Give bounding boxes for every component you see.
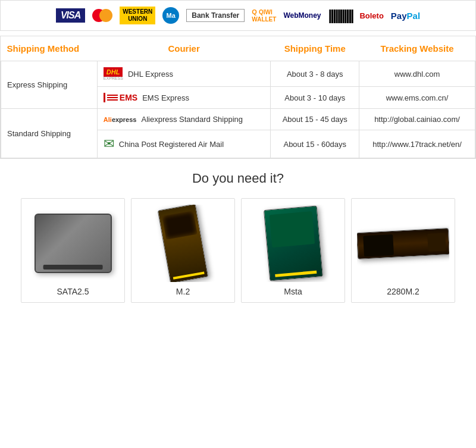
shipping-section: Shipping Method Courier Shipping Time Tr… xyxy=(0,36,476,159)
dhl-courier-cell: DHL EXPRESS DHL Express xyxy=(97,61,271,87)
dhl-time: About 3 - 8 days xyxy=(271,61,359,87)
product-card-msata: Msta xyxy=(241,198,345,303)
ems-time: About 3 - 10 days xyxy=(271,87,359,109)
product-label-m2: M.2 xyxy=(176,287,190,296)
table-row: Express Shipping DHL EXPRESS DHL Express… xyxy=(1,61,475,87)
product-card-m2280: 2280M.2 xyxy=(351,198,455,303)
m2280-ssd-icon xyxy=(357,227,449,259)
product-label-m2280: 2280M.2 xyxy=(387,287,419,296)
chinapost-courier-name: China Post Registered Air Mail xyxy=(119,140,224,149)
dhl-logo-icon: DHL EXPRESS xyxy=(104,67,123,80)
mastercard-payment xyxy=(92,9,112,22)
ems-logo-icon: EMS xyxy=(104,93,137,102)
qiwi-payment: Q QIWIWALLET xyxy=(252,8,276,23)
ems-courier-cell: EMS EMS Express xyxy=(97,87,271,109)
chinapost-courier-cell: ✉ China Post Registered Air Mail xyxy=(97,130,271,158)
need-it-text: Do you need it? xyxy=(192,171,284,186)
standard-shipping-label: Standard Shipping xyxy=(1,109,98,158)
ems-tracking: www.ems.com.cn/ xyxy=(359,87,475,109)
m2-ssd-icon xyxy=(158,205,209,282)
product-card-sata25: SATA2.5 xyxy=(21,198,125,303)
product-label-sata25: SATA2.5 xyxy=(57,287,89,296)
payment-bar: VISA WESTERNUNION Ma Bank Transfer Q QIW… xyxy=(0,0,476,31)
ems-courier-name: EMS Express xyxy=(142,93,189,102)
webmoney-payment: WebMoney xyxy=(283,11,321,20)
chinapost-logo-icon: ✉ xyxy=(104,136,114,152)
sata25-ssd-icon xyxy=(35,214,112,273)
aliexpress-courier-cell: Aliexpress Aliexpress Standard Shipping xyxy=(97,109,271,130)
table-row: Standard Shipping Aliexpress Aliexpress … xyxy=(1,109,475,130)
msata-ssd-icon xyxy=(263,205,322,281)
col-header-courier: Courier xyxy=(97,36,271,61)
aliexpress-courier-name: Aliexpress Standard Shipping xyxy=(141,115,243,124)
col-header-method: Shipping Method xyxy=(1,36,98,61)
shipping-table: Shipping Method Courier Shipping Time Tr… xyxy=(1,36,475,158)
maestro-payment: Ma xyxy=(162,7,179,24)
product-grid: SATA2.5 M.2 Msta 2280M.2 xyxy=(0,192,476,315)
product-card-m2: M.2 xyxy=(131,198,235,303)
aliexpress-logo-icon: Aliexpress xyxy=(104,116,137,123)
chinapost-time: About 15 - 60days xyxy=(271,130,359,158)
product-image-m2 xyxy=(137,205,229,282)
product-image-sata25 xyxy=(27,205,119,282)
western-union-payment: WESTERNUNION xyxy=(120,7,155,24)
barcode-payment: ||||||||||| xyxy=(328,7,353,24)
aliexpress-time: About 15 - 45 days xyxy=(271,109,359,130)
boleto-payment: Boleto xyxy=(359,11,383,20)
product-image-msata xyxy=(247,205,339,282)
product-label-msata: Msta xyxy=(284,287,302,296)
dhl-tracking: www.dhl.com xyxy=(359,61,475,87)
col-header-time: Shipping Time xyxy=(271,36,359,61)
need-it-heading: Do you need it? xyxy=(0,159,476,192)
paypal-payment: PayPal xyxy=(391,11,420,21)
dhl-courier-name: DHL Express xyxy=(128,70,173,79)
visa-payment: VISA xyxy=(56,8,85,23)
bank-transfer-payment: Bank Transfer xyxy=(186,9,245,22)
chinapost-tracking: http://www.17track.net/en/ xyxy=(359,130,475,158)
col-header-tracking: Tracking Website xyxy=(359,36,475,61)
product-image-m2280 xyxy=(357,205,449,282)
aliexpress-tracking: http://global.cainiao.com/ xyxy=(359,109,475,130)
express-shipping-label: Express Shipping xyxy=(1,61,98,109)
